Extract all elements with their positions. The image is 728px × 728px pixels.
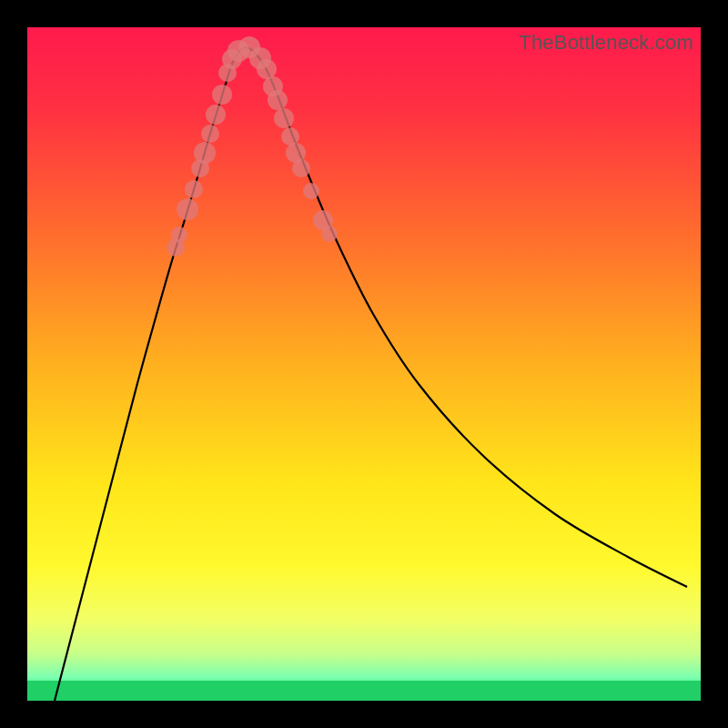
highlight-dot	[212, 85, 232, 105]
highlight-dot	[321, 226, 338, 242]
highlight-dot	[185, 180, 203, 198]
highlight-dot	[292, 159, 310, 177]
highlight-dot	[268, 90, 288, 110]
chart-frame: TheBottleneck.com	[27, 27, 701, 701]
highlight-dot	[281, 127, 299, 146]
highlight-dot	[201, 125, 219, 143]
highlight-dot	[257, 59, 277, 79]
bottleneck-curve	[55, 47, 687, 701]
curve-layer	[27, 27, 701, 701]
highlight-dot	[194, 142, 216, 164]
watermark-text: TheBottleneck.com	[519, 31, 693, 55]
highlight-dot	[171, 227, 187, 243]
highlight-dot	[303, 183, 319, 199]
highlight-dot	[177, 198, 198, 220]
highlight-dot	[206, 105, 226, 125]
highlight-dot	[274, 108, 294, 128]
highlight-dots-group	[167, 36, 338, 257]
